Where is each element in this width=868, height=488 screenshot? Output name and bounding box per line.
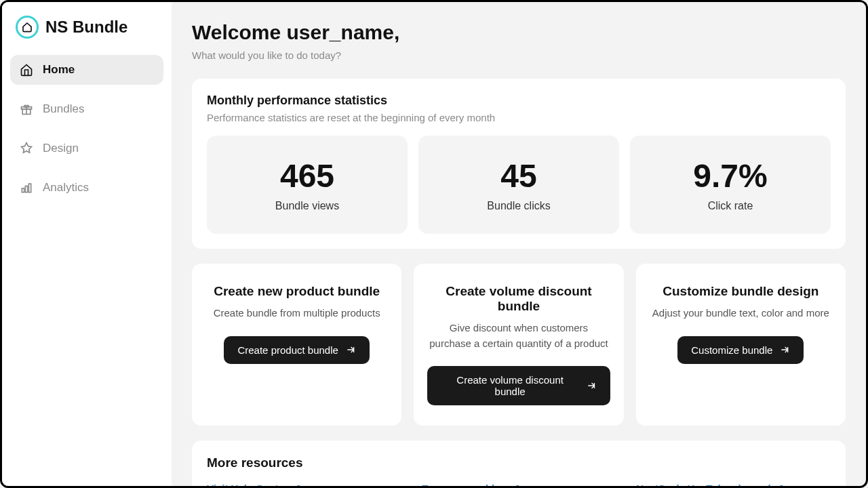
stat-value: 9.7% [641, 157, 820, 195]
brand-icon [16, 16, 39, 39]
button-label: Create volume discount bundle [441, 374, 579, 397]
main-content: Welcome user_name, What would you like t… [172, 2, 866, 486]
action-desc: Adjust your bundle text, color and more [650, 306, 832, 321]
create-product-bundle-button[interactable]: Create product bundle [224, 336, 369, 364]
resources-card: More resources Visit Help Center All ans… [192, 441, 846, 486]
stat-bundle-clicks: 45 Bundle clicks [418, 136, 619, 234]
button-label: Customize bundle [691, 344, 772, 356]
stats-card: Monthly performance statistics Performan… [192, 79, 846, 249]
action-desc: Create bundle from multiple products [205, 306, 388, 321]
sidebar-item-analytics[interactable]: Analytics [10, 173, 163, 203]
svg-rect-3 [25, 186, 27, 192]
analytics-icon [20, 181, 33, 195]
sidebar: NS Bundle Home Bundles Design Analytics [2, 2, 172, 486]
svg-rect-2 [22, 188, 24, 192]
resource-link-label: E-commerce blog [422, 483, 507, 486]
page-title: Welcome user_name, [192, 21, 846, 44]
sidebar-item-label: Home [43, 63, 75, 77]
stats-subtitle: Performance statistics are reset at the … [207, 112, 831, 123]
resource-youtube: NestScale YouTube channel Leatest online… [636, 483, 831, 486]
brand-logo: NS Bundle [10, 16, 163, 55]
sidebar-item-home[interactable]: Home [10, 55, 163, 85]
sidebar-item-label: Bundles [43, 102, 84, 116]
action-customize-design: Customize bundle design Adjust your bund… [636, 264, 846, 426]
stats-title: Monthly performance statistics [207, 94, 831, 108]
action-title: Create volume discount bundle [427, 284, 610, 314]
resource-help-center: Visit Help Center All answers, tutorials… [207, 483, 401, 486]
resource-link[interactable]: E-commerce blog [422, 483, 519, 486]
resource-link[interactable]: NestScale YouTube channel [636, 483, 783, 486]
gift-icon [20, 102, 33, 116]
resource-ecommerce-blog: E-commerce blog One-stop learning source… [422, 483, 616, 486]
arrow-right-icon [586, 380, 597, 391]
external-link-icon [775, 485, 783, 487]
page-subtitle: What would you like to do today? [192, 49, 846, 61]
external-link-icon [511, 485, 519, 487]
customize-bundle-button[interactable]: Customize bundle [677, 336, 804, 364]
resource-link-label: NestScale YouTube channel [636, 483, 770, 486]
stat-label: Click rate [641, 200, 820, 212]
sidebar-item-bundles[interactable]: Bundles [10, 94, 163, 124]
stat-value: 45 [429, 157, 608, 195]
resources-title: More resources [207, 455, 831, 470]
stat-bundle-views: 465 Bundle views [207, 136, 408, 234]
sidebar-item-label: Analytics [43, 181, 89, 195]
svg-rect-4 [28, 184, 31, 192]
arrow-right-icon [779, 344, 790, 355]
action-create-product-bundle: Create new product bundle Create bundle … [192, 264, 401, 426]
sidebar-item-design[interactable]: Design [10, 134, 163, 163]
design-icon [20, 142, 33, 155]
stat-value: 465 [218, 157, 397, 195]
action-desc: Give discount when customers purchase a … [427, 321, 610, 351]
home-icon [20, 63, 33, 77]
resource-link[interactable]: Visit Help Center [207, 483, 300, 486]
action-create-volume-discount: Create volume discount bundle Give disco… [414, 264, 623, 426]
sidebar-item-label: Design [43, 142, 79, 155]
external-link-icon [292, 485, 300, 487]
create-volume-discount-button[interactable]: Create volume discount bundle [427, 366, 610, 405]
stat-click-rate: 9.7% Click rate [630, 136, 831, 234]
brand-title: NS Bundle [45, 18, 127, 37]
arrow-right-icon [345, 344, 356, 355]
action-title: Create new product bundle [205, 284, 388, 299]
stat-label: Bundle views [218, 200, 397, 212]
button-label: Create product bundle [237, 344, 338, 356]
action-title: Customize bundle design [650, 284, 832, 299]
stat-label: Bundle clicks [429, 200, 608, 212]
resource-link-label: Visit Help Center [207, 483, 288, 486]
